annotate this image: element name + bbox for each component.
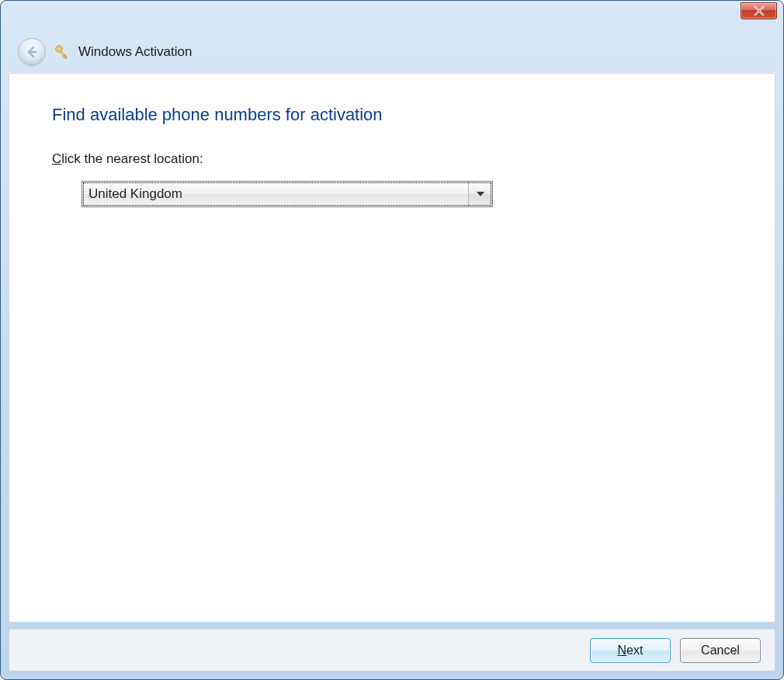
next-text: ext (626, 644, 643, 657)
cancel-text: Cancel (701, 644, 740, 657)
content-area: Find available phone numbers for activat… (9, 73, 775, 623)
wizard-window: Windows Activation Find available phone … (0, 0, 784, 680)
location-dropdown[interactable]: United Kingdom (82, 181, 493, 207)
close-button[interactable] (741, 2, 777, 19)
next-button[interactable]: Next (590, 638, 671, 663)
next-hotkey: N (618, 644, 627, 657)
location-dropdown-button[interactable] (468, 182, 492, 206)
footer-bar: Next Cancel (9, 629, 775, 671)
page-heading: Find available phone numbers for activat… (52, 105, 732, 125)
location-dropdown-value: United Kingdom (82, 182, 468, 206)
key-icon (54, 43, 71, 61)
instruction-hotkey: C (52, 151, 61, 166)
cancel-button[interactable]: Cancel (680, 638, 761, 663)
instruction-label: Click the nearest location: (52, 151, 732, 167)
instruction-text: lick the nearest location: (61, 151, 203, 166)
back-arrow-icon (25, 45, 39, 59)
svg-point-1 (57, 47, 60, 50)
close-icon (754, 6, 765, 16)
back-button[interactable] (18, 38, 46, 66)
header-bar: Windows Activation (7, 30, 777, 73)
chevron-down-icon (477, 192, 484, 196)
header-title: Windows Activation (78, 44, 192, 60)
